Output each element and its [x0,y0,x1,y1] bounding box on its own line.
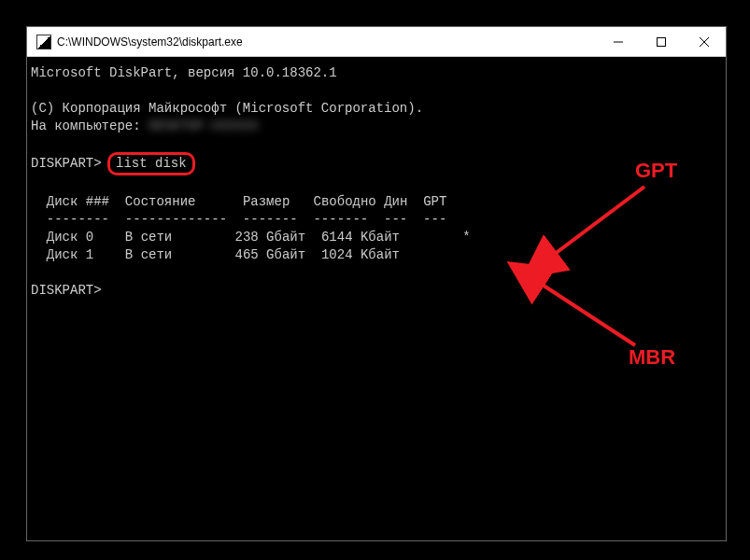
app-icon [36,35,51,49]
terminal-body[interactable]: Microsoft DiskPart, версия 10.0.18362.1 … [27,57,726,540]
col-disk: Диск ### [47,194,109,209]
titlebar: C:\WINDOWS\system32\diskpart.exe [27,27,726,57]
col-dyn: Дин [384,194,407,209]
annotation-mbr-label: MBR [629,345,675,370]
window-controls [597,27,726,56]
maximize-button[interactable] [640,27,683,56]
row1-disk: Диск 1 [47,247,93,262]
col-size: Размер [243,194,290,209]
row1-free: 1024 Kбайт [321,247,400,262]
col-free: Свободно [314,194,376,209]
computer-name-redacted: DESKTOP-XXXXXX [149,118,259,135]
separator-line: -------- ------------- ------- ------- -… [47,212,446,227]
prompt-1: DISKPART> [31,156,102,171]
computer-label: На компьютере: [31,119,149,133]
annotation-gpt-label: GPT [635,159,677,183]
col-status: Состояние [125,194,196,209]
svg-rect-1 [658,37,666,46]
col-gpt: GPT [423,194,446,209]
row0-free: 6144 Kбайт [321,230,400,245]
diskpart-header: Microsoft DiskPart, версия 10.0.18362.1 [31,65,337,80]
row0-size: 238 Gбайт [234,230,305,245]
copyright-line: (C) Корпорация Майкрософт (Microsoft Cor… [31,101,423,116]
command-highlight: list disk [107,152,195,175]
console-window: C:\WINDOWS\system32\diskpart.exe Microso… [26,26,727,541]
minimize-button[interactable] [597,27,640,56]
row0-gpt: * [462,230,470,245]
row0-status: В сети [125,230,172,245]
window-title: C:\WINDOWS\system32\diskpart.exe [57,35,597,49]
row1-status: В сети [125,247,172,262]
row0-disk: Диск 0 [47,230,93,245]
row1-size: 465 Gбайт [234,247,305,262]
prompt-2: DISKPART> [31,283,102,298]
close-button[interactable] [683,27,726,56]
command-text: list disk [116,156,187,171]
